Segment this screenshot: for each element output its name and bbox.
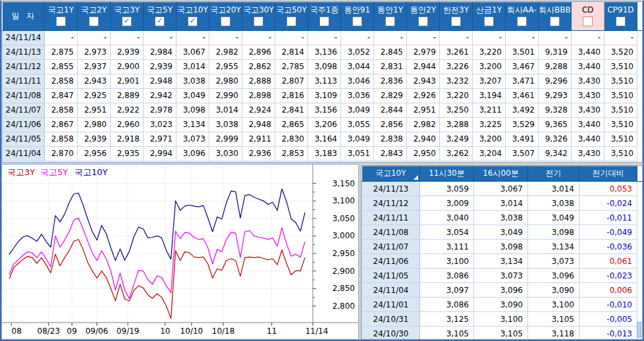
previous-cell: 3,100 — [528, 298, 579, 312]
series-checkbox-통안2Y[interactable] — [418, 16, 428, 26]
column-header-국고3Y[interactable]: 국고3Y✓ — [111, 2, 144, 30]
column-header-국주1종[interactable]: 국주1종 — [308, 2, 341, 30]
table-row-24/11/13[interactable]: 24/11/133,0593,0673,0140,053 — [362, 182, 643, 196]
yield-cell: 2,831 — [374, 59, 407, 74]
table-row-24/11/08[interactable]: 24/11/082,8472,9252,8892,9423,0492,9902,… — [3, 88, 643, 103]
series-checkbox-국고2Y[interactable] — [89, 16, 99, 26]
table-row-24/10/31[interactable]: 24/10/313,1253,1003,105-0,005 — [362, 312, 643, 327]
legend-label-국고5Y: 국고5Y — [40, 167, 68, 177]
column-header-전기대비[interactable]: 전기대비 — [579, 166, 637, 182]
table-row-24/11/12[interactable]: 24/11/122,8552,9372,9002,9393,0142,9552,… — [3, 59, 643, 74]
series-checkbox-통안91[interactable] — [352, 16, 362, 26]
table-row-24/11/14[interactable]: 24/11/14------------------ — [3, 30, 643, 45]
yield-cell: 9,288 — [539, 59, 572, 74]
daily-yield-table-panel: 일 자국고1Y국고2Y국고3Y✓국고5Y✓국고10Y✓국고20Y국고30Y국고5… — [1, 1, 643, 163]
yield-cell: 2,836 — [374, 74, 407, 88]
series-checkbox-CD[interactable] — [583, 16, 593, 26]
previous-cell: 3,073 — [528, 254, 579, 269]
table-row-24/11/06[interactable]: 24/11/063,1003,1343,0730,061 — [362, 254, 643, 269]
series-checkbox-국고50Y[interactable] — [286, 16, 296, 26]
column-header-회사AA-[interactable]: 회사AA- — [506, 2, 539, 30]
checkbox-row: ✓ — [144, 16, 176, 29]
table-row-24/11/05[interactable]: 24/11/052,8582,9392,9182,9713,0732,9992,… — [3, 132, 643, 146]
table-row-24/10/30[interactable]: 24/10/303,1053,1053,118-0,013 — [362, 327, 643, 340]
series-checkbox-국주1종[interactable] — [319, 16, 329, 26]
yield-cell: 2,853 — [275, 146, 308, 161]
yield-cell: 3,492 — [506, 103, 539, 117]
series-checkbox-국고3Y[interactable]: ✓ — [122, 16, 132, 26]
column-header-11시30분[interactable]: 11시30분 — [420, 166, 474, 182]
column-header-국고2Y[interactable]: 국고2Y — [78, 2, 111, 30]
series-checkbox-국고5Y[interactable]: ✓ — [155, 16, 165, 26]
change-cell: -0,005 — [579, 312, 637, 327]
column-header-label: 회사BBB- — [539, 3, 571, 16]
yield-cell: 3,510 — [604, 132, 637, 146]
yield-cell: - — [341, 30, 374, 45]
yield-cell: 9,319 — [539, 45, 572, 59]
column-header-CP91D[interactable]: CP91D — [604, 2, 637, 30]
column-header-통안91[interactable]: 통안91 — [341, 2, 374, 30]
series-checkbox-회사BBB-[interactable] — [550, 16, 560, 26]
yield-cell: 2,944 — [407, 59, 440, 74]
column-header-국고50Y[interactable]: 국고50Y — [275, 2, 308, 30]
series-checkbox-국고10Y[interactable]: ✓ — [188, 16, 198, 26]
previous-cell: 3,118 — [528, 327, 579, 340]
checkbox-row — [374, 16, 406, 29]
column-header-label: 회사AA- — [506, 3, 538, 16]
date-column-header[interactable]: 일 자 — [3, 2, 45, 30]
yield-cell: 2,984 — [144, 45, 176, 59]
column-header-국고5Y[interactable]: 국고5Y✓ — [144, 2, 176, 30]
scrollbar-thumb[interactable] — [637, 322, 641, 338]
column-header-CD[interactable]: CD — [572, 2, 604, 30]
table-row-24/11/01[interactable]: 24/11/013,0863,0903,100-0,010 — [362, 298, 643, 312]
table-row-24/11/07[interactable]: 24/11/072,8582,9512,9222,9783,0983,0142,… — [3, 103, 643, 117]
table-row-24/11/08[interactable]: 24/11/083,0543,0493,098-0,049 — [362, 225, 643, 240]
column-header-통안1Y[interactable]: 통안1Y — [374, 2, 407, 30]
series-checkbox-산금1Y[interactable] — [484, 16, 494, 26]
column-header-전기[interactable]: 전기 — [528, 166, 579, 182]
column-header-회사BBB-[interactable]: 회사BBB- — [539, 2, 572, 30]
series-checkbox-CP91D[interactable] — [616, 16, 626, 26]
x-tick-label: 10/18 — [212, 327, 235, 336]
value-1600-cell: 3,067 — [474, 182, 528, 196]
column-header-산금1Y[interactable]: 산금1Y — [473, 2, 506, 30]
series-checkbox-국고30Y[interactable] — [254, 16, 263, 26]
sort-indicator-icon — [414, 175, 418, 180]
column-header-한전3Y[interactable]: 한전3Y — [440, 2, 473, 30]
table-row-24/11/11[interactable]: 24/11/113,0403,0383,049-0,011 — [362, 211, 643, 225]
previous-cell: 3,134 — [528, 240, 579, 254]
table-row-24/11/04[interactable]: 24/11/042,8702,9562,9352,9943,0963,0302,… — [3, 146, 643, 161]
series-checkbox-국고20Y[interactable] — [221, 16, 230, 26]
yield-chart-panel: 3,1503,1003,0503,0002,9502,9002,8502,800… — [1, 164, 359, 340]
yield-cell: 2,937 — [78, 59, 111, 74]
yield-cell: 2,939 — [144, 59, 176, 74]
series-checkbox-한전3Y[interactable] — [451, 16, 461, 26]
column-header-통안2Y[interactable]: 통안2Y — [407, 2, 440, 30]
table-row-24/11/11[interactable]: 24/11/112,8582,9432,9012,9483,0382,9802,… — [3, 74, 643, 88]
yield-cell: 2,841 — [275, 103, 308, 117]
table-row-24/11/13[interactable]: 24/11/132,8752,9732,9392,9843,0672,9822,… — [3, 45, 643, 59]
column-header-국고20Y[interactable]: 국고20Y — [209, 2, 242, 30]
column-header-국고30Y[interactable]: 국고30Y — [242, 2, 275, 30]
checkbox-row — [539, 16, 571, 29]
yield-cell: - — [473, 30, 506, 45]
column-header-국고10Y[interactable]: 국고10Y — [362, 166, 420, 182]
yield-cell: 3,430 — [572, 103, 604, 117]
yield-cell: 2,925 — [78, 88, 111, 103]
column-header-국고10Y[interactable]: 국고10Y✓ — [176, 2, 209, 30]
table-row-24/11/05[interactable]: 24/11/053,0863,0733,096-0,023 — [362, 269, 643, 283]
date-cell: 24/11/14 — [3, 30, 45, 45]
row-filler — [637, 132, 643, 146]
column-header-label: 통안1Y — [374, 3, 406, 16]
series-checkbox-회사AA-[interactable] — [517, 16, 527, 26]
series-checkbox-국고1Y[interactable] — [56, 16, 66, 26]
yield-cell: - — [176, 30, 209, 45]
table-row-24/11/12[interactable]: 24/11/123,0093,0143,038-0,024 — [362, 196, 643, 211]
yield-cell: 3,440 — [572, 45, 604, 59]
table-row-24/11/07[interactable]: 24/11/073,1113,0983,134-0,036 — [362, 240, 643, 254]
table-row-24/11/06[interactable]: 24/11/062,8672,9802,9603,0233,1343,0382,… — [3, 117, 643, 132]
table-row-24/11/04[interactable]: 24/11/043,0973,0963,0900,006 — [362, 283, 643, 298]
column-header-국고1Y[interactable]: 국고1Y — [45, 2, 78, 30]
series-checkbox-통안1Y[interactable] — [385, 16, 395, 26]
column-header-16시00분[interactable]: 16시00분 — [474, 166, 528, 182]
